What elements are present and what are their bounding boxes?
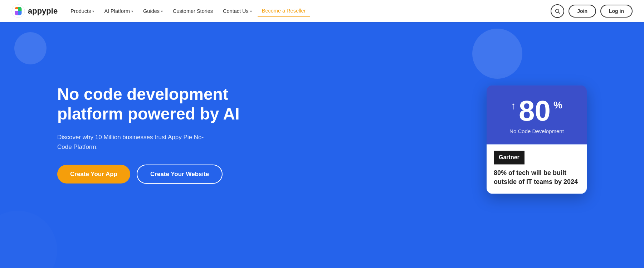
contact-us-chevron-icon: ▾ (250, 9, 252, 13)
stat-card-bottom-text: 80% of tech will be built outside of IT … (494, 169, 580, 186)
gartner-badge: Gartner (494, 151, 525, 164)
nav-item-customer-stories[interactable]: Customer Stories (169, 5, 217, 17)
login-button[interactable]: Log in (600, 5, 633, 18)
stat-arrow-icon: ↑ (511, 100, 516, 112)
nav-item-products[interactable]: Products ▾ (66, 5, 98, 17)
nav-item-ai-platform[interactable]: AI Platform ▾ (100, 5, 137, 17)
nav-item-contact-us[interactable]: Contact Us ▾ (219, 5, 256, 17)
hero-subtitle: Discover why 10 Million businesses trust… (57, 132, 208, 152)
nav-item-guides[interactable]: Guides ▾ (139, 5, 167, 17)
nav-item-become-reseller[interactable]: Become a Reseller (258, 5, 310, 17)
hero-title: No code development platform powered by … (57, 84, 265, 123)
create-app-button[interactable]: Create Your App (57, 165, 130, 184)
create-website-button[interactable]: Create Your Website (137, 165, 223, 184)
navbar: appypie Products ▾ AI Platform ▾ Guides … (0, 0, 644, 22)
deco-circle-2 (472, 29, 522, 79)
ai-platform-chevron-icon: ▾ (131, 9, 133, 13)
stat-number: 80 (519, 97, 551, 125)
nav-links: Products ▾ AI Platform ▾ Guides ▾ Custom… (66, 5, 551, 17)
stat-label: No Code Development (509, 128, 564, 134)
stat-percent: % (553, 99, 562, 111)
search-button[interactable] (551, 4, 564, 18)
svg-line-2 (558, 12, 560, 14)
deco-circle-1 (14, 32, 47, 64)
search-icon (555, 8, 560, 14)
hero-content: No code development platform powered by … (57, 84, 265, 184)
logo-text: appypie (28, 6, 58, 16)
logo[interactable]: appypie (11, 4, 58, 18)
guides-chevron-icon: ▾ (161, 9, 163, 13)
logo-icon (11, 4, 25, 18)
hero-section: No code development platform powered by … (0, 0, 644, 268)
products-chevron-icon: ▾ (92, 9, 94, 13)
stat-card-top: ↑ 80 % No Code Development (487, 85, 587, 144)
join-button[interactable]: Join (569, 5, 596, 18)
stat-card-bottom: Gartner 80% of tech will be built outsid… (487, 144, 587, 194)
nav-right: Join Log in (551, 4, 633, 18)
stat-card: ↑ 80 % No Code Development Gartner 80% o… (487, 85, 587, 194)
deco-circle-3 (0, 211, 57, 268)
stat-number-row: ↑ 80 % (511, 97, 562, 125)
hero-buttons: Create Your App Create Your Website (57, 165, 265, 184)
